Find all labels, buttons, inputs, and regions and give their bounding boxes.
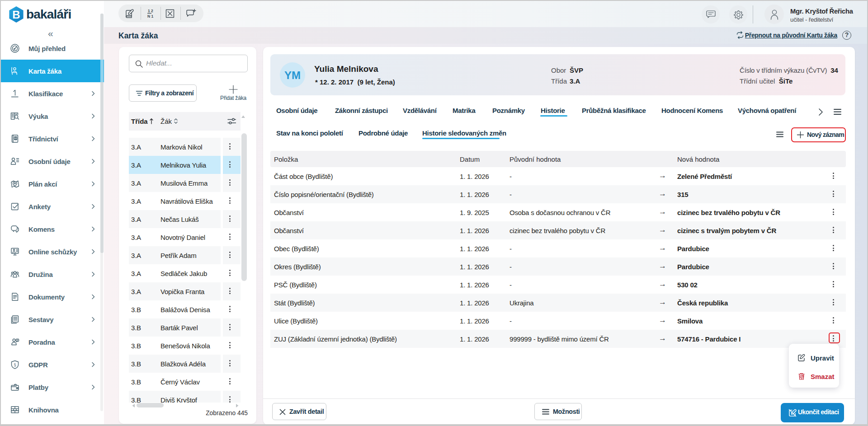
svg-text:1 2: 1 2 [148,9,153,13]
svg-text:N 1: N 1 [147,14,154,19]
svg-text:§: § [14,363,16,367]
svg-text:B: B [12,9,20,21]
